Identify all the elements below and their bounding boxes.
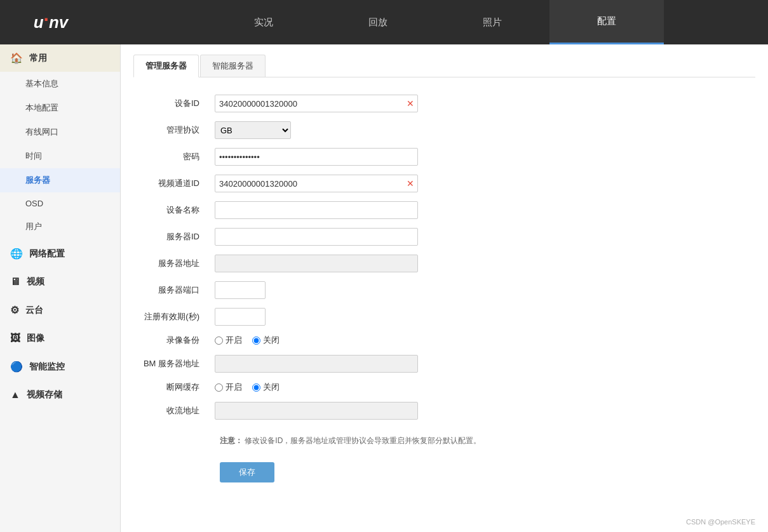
sidebar-group-ptz-header[interactable]: ⚙ 云台 xyxy=(0,296,120,324)
right-panel: 管理服务器 智能服务器 设备ID ✕ 管理协议 GB ONVIF xyxy=(121,44,768,532)
offline-buffer-open[interactable]: 开启 xyxy=(215,382,242,393)
stream-address-label: 收流地址 xyxy=(133,397,210,424)
notice-field: 注意： 修改设备ID，服务器地址或管理协议会导致重启并恢复部分默认配置。 xyxy=(210,424,755,458)
tab-live[interactable]: 实况 xyxy=(206,0,321,44)
form-row-device-name: 设备名称 xyxy=(133,197,755,223)
device-id-clear-icon[interactable]: ✕ xyxy=(407,98,414,109)
offline-buffer-close[interactable]: 关闭 xyxy=(252,382,280,393)
offline-buffer-open-radio[interactable] xyxy=(215,383,223,392)
logo-dot: · xyxy=(44,9,49,30)
server-address-input[interactable] xyxy=(215,255,418,272)
record-backup-close-radio[interactable] xyxy=(252,336,260,345)
video-channel-id-label: 视频通道ID xyxy=(133,170,210,197)
sidebar-item-user[interactable]: 用户 xyxy=(0,215,120,239)
server-port-input[interactable]: 5060 xyxy=(215,281,266,299)
record-backup-open-radio[interactable] xyxy=(215,336,223,345)
manage-protocol-select[interactable]: GB ONVIF xyxy=(215,121,291,139)
sidebar-group-smart: 🔵 智能监控 xyxy=(0,353,120,380)
form-row-record-backup: 录像备份 开启 关闭 xyxy=(133,330,755,350)
stream-address-input[interactable]: 0.0.0.0 xyxy=(215,402,418,420)
sub-tab-smart-server[interactable]: 智能服务器 xyxy=(200,55,266,77)
sidebar-group-ptz: ⚙ 云台 xyxy=(0,296,120,324)
video-channel-id-clear-icon[interactable]: ✕ xyxy=(407,178,414,189)
sidebar-group-image-header[interactable]: 🖼 图像 xyxy=(0,325,120,352)
record-backup-field: 开启 关闭 xyxy=(210,330,755,350)
server-port-label: 服务器端口 xyxy=(133,277,210,303)
logo-n: n xyxy=(49,13,59,32)
password-input[interactable] xyxy=(215,148,418,166)
storage-icon: ▲ xyxy=(10,389,20,401)
sidebar-group-ptz-label: 云台 xyxy=(25,305,43,316)
sidebar-item-time[interactable]: 时间 xyxy=(0,144,120,168)
record-backup-close[interactable]: 关闭 xyxy=(252,335,280,346)
sidebar-group-storage-header[interactable]: ▲ 视频存储 xyxy=(0,382,120,408)
sidebar-item-osd[interactable]: OSD xyxy=(0,192,120,215)
sidebar-group-storage: ▲ 视频存储 xyxy=(0,382,120,408)
sidebar-group-smart-header[interactable]: 🔵 智能监控 xyxy=(0,353,120,380)
record-backup-close-label: 关闭 xyxy=(263,335,280,346)
sidebar-group-common-header[interactable]: 🏠 常用 xyxy=(0,44,120,72)
tab-photo[interactable]: 照片 xyxy=(435,0,549,44)
server-id-field: 34020000002000000001 xyxy=(210,223,755,250)
notice-label-cell xyxy=(133,424,210,458)
offline-buffer-close-label: 关闭 xyxy=(263,382,280,393)
tab-config[interactable]: 配置 xyxy=(549,0,664,44)
record-backup-open[interactable]: 开启 xyxy=(215,335,242,346)
reg-validity-input[interactable]: 3600 xyxy=(215,308,266,326)
video-channel-id-input[interactable] xyxy=(215,175,418,192)
record-backup-label: 录像备份 xyxy=(133,330,210,350)
server-id-label: 服务器ID xyxy=(133,223,210,250)
sidebar-item-basic-info[interactable]: 基本信息 xyxy=(0,72,120,96)
device-id-input[interactable] xyxy=(215,95,418,112)
form-row-server-id: 服务器ID 34020000002000000001 xyxy=(133,223,755,250)
form-row-server-port: 服务器端口 5060 xyxy=(133,277,755,303)
sidebar-group-video-header[interactable]: 🖥 视频 xyxy=(0,269,120,295)
sidebar-group-network-header[interactable]: 🌐 网络配置 xyxy=(0,240,120,267)
logo-area: u · n v xyxy=(0,0,102,44)
top-navigation: u · n v 实况 回放 照片 配置 xyxy=(0,0,768,44)
watermark: CSDN @OpenSKEYE xyxy=(686,518,755,526)
save-label-cell xyxy=(133,458,210,487)
bm-server-label: BM 服务器地址 xyxy=(133,350,210,377)
video-icon: 🖥 xyxy=(10,276,20,288)
notice-label: 注意： xyxy=(220,436,243,445)
form-row-reg-validity: 注册有效期(秒) 3600 xyxy=(133,303,755,330)
logo-u: u xyxy=(34,13,44,32)
sidebar-group-common-label: 常用 xyxy=(29,53,47,64)
sidebar-group-video: 🖥 视频 xyxy=(0,269,120,295)
form-row-video-channel-id: 视频通道ID ✕ xyxy=(133,170,755,197)
bm-server-field: 0.0.0.0 xyxy=(210,350,755,377)
save-button[interactable]: 保存 xyxy=(220,462,274,482)
device-name-input[interactable] xyxy=(215,201,418,219)
smart-icon: 🔵 xyxy=(10,361,23,373)
bm-server-input[interactable]: 0.0.0.0 xyxy=(215,355,418,373)
offline-buffer-open-label: 开启 xyxy=(226,382,242,393)
sub-tab-manage-server[interactable]: 管理服务器 xyxy=(133,55,199,77)
sidebar-group-network: 🌐 网络配置 xyxy=(0,240,120,267)
form-row-stream-address: 收流地址 0.0.0.0 xyxy=(133,397,755,424)
sidebar-group-storage-label: 视频存储 xyxy=(27,389,62,401)
manage-protocol-label: 管理协议 xyxy=(133,117,210,143)
offline-buffer-close-radio[interactable] xyxy=(252,383,260,392)
sidebar-item-server[interactable]: 服务器 xyxy=(0,168,120,192)
ptz-icon: ⚙ xyxy=(10,304,19,316)
device-id-field: ✕ xyxy=(210,90,755,117)
offline-buffer-field: 开启 关闭 xyxy=(210,377,755,397)
tab-playback[interactable]: 回放 xyxy=(321,0,435,44)
reg-validity-label: 注册有效期(秒) xyxy=(133,303,210,330)
sidebar-group-common: 🏠 常用 基本信息 本地配置 有线网口 时间 服务器 OSD 用户 xyxy=(0,44,120,239)
server-id-input[interactable]: 34020000002000000001 xyxy=(215,228,418,246)
sidebar-group-smart-label: 智能监控 xyxy=(29,361,65,373)
network-icon: 🌐 xyxy=(10,248,23,260)
form-row-server-address: 服务器地址 xyxy=(133,250,755,277)
notice-text: 注意： 修改设备ID，服务器地址或管理协议会导致重启并恢复部分默认配置。 xyxy=(215,429,750,453)
sidebar-group-video-label: 视频 xyxy=(27,276,44,288)
form-row-offline-buffer: 断网缓存 开启 关闭 xyxy=(133,377,755,397)
manage-protocol-field: GB ONVIF xyxy=(210,117,755,143)
sidebar-item-wired-port[interactable]: 有线网口 xyxy=(0,120,120,144)
main-content: 🏠 常用 基本信息 本地配置 有线网口 时间 服务器 OSD 用户 🌐 网络配置… xyxy=(0,44,768,532)
server-address-label: 服务器地址 xyxy=(133,250,210,277)
unv-logo: u · n v xyxy=(34,13,69,32)
password-label: 密码 xyxy=(133,143,210,170)
sidebar-item-local-config[interactable]: 本地配置 xyxy=(0,96,120,120)
